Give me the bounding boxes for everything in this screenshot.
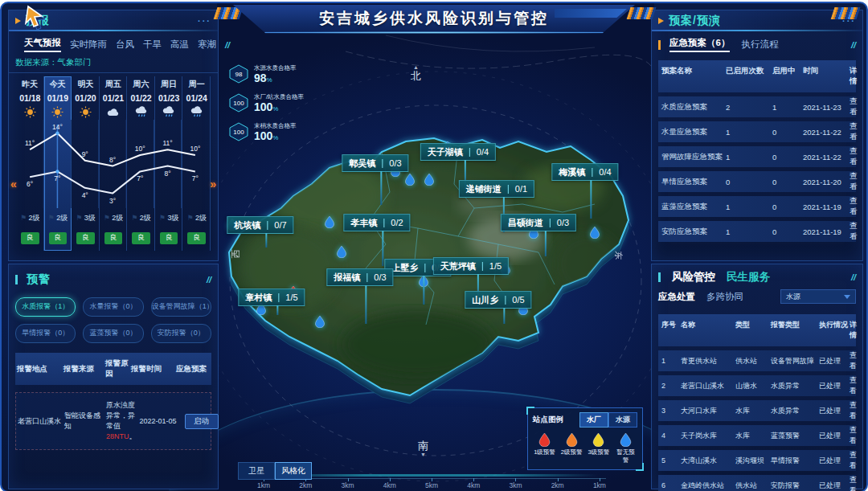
more-menu-icon[interactable]: ··· <box>842 16 856 26</box>
station-pin-icon[interactable] <box>405 174 416 189</box>
town-marker[interactable]: 孝丰镇0/2 <box>343 214 410 231</box>
air-quality-badge: 良 <box>16 225 44 251</box>
weather-dates[interactable]: 01/1801/1901/2001/2101/2201/2301/24 <box>16 91 211 104</box>
station-pin-icon[interactable] <box>590 227 600 242</box>
warning-filter-5[interactable]: 安防报警（0） <box>151 324 211 343</box>
weather-date[interactable]: 01/23 <box>155 91 183 104</box>
warning-table: 报警地点报警来源报警原因报警时间应急预案 老营口山溪水 智能设备感知 原水浊度异… <box>15 353 211 450</box>
weather-date[interactable]: 01/21 <box>100 91 128 104</box>
air-quality-row: 良良良良良良良 <box>16 225 211 251</box>
town-marker[interactable]: 昌硕街道0/3 <box>501 214 576 231</box>
svg-text:98: 98 <box>235 71 243 78</box>
view-detail-link[interactable]: 查看 <box>850 221 858 242</box>
start-plan-button[interactable]: 启动 <box>185 414 219 429</box>
weather-date[interactable]: 01/24 <box>182 91 211 104</box>
more-menu-icon[interactable]: ··· <box>198 16 211 26</box>
town-marker[interactable]: 天荒坪镇1/5 <box>433 257 509 275</box>
map-canvas[interactable]: ▲ 北 南 ▼ 西 东 98水源水质合格率98%100水厂/站水质合格率100%… <box>217 3 654 491</box>
risk-status: 已处理 <box>819 456 850 466</box>
tab-plans-1[interactable]: 执行流程 <box>741 39 778 51</box>
table-row: 2老营口山溪水山塘水水质异常已处理查看 <box>658 375 856 396</box>
view-detail-link[interactable]: 查看 <box>850 475 857 491</box>
scale-label: 1km <box>593 479 606 491</box>
weather-block: 昨天今天明天周五周六周日周一 01/1801/1901/2001/2101/22… <box>16 76 211 251</box>
risk-type: 水库 <box>735 431 771 441</box>
weather-date[interactable]: 01/20 <box>72 91 100 104</box>
tab-risk-0[interactable]: 风险管控 <box>672 270 715 284</box>
tab-weather-1[interactable]: 实时降雨 <box>70 39 107 51</box>
table-row: 管网故障应急预案102021-11-22查看 <box>658 146 856 167</box>
view-detail-link[interactable]: 查看 <box>850 450 857 471</box>
alarm-location: 老营口山溪水 <box>18 416 64 427</box>
town-marker[interactable]: 杭垓镇0/7 <box>227 216 293 234</box>
weather-day-name: 昨天 <box>16 76 44 91</box>
town-name: 山川乡 <box>472 294 498 306</box>
view-detail-link[interactable]: 查看 <box>850 425 857 446</box>
tab-weather-0[interactable]: 天气预报 <box>24 37 61 52</box>
view-detail-link[interactable]: 查看 <box>850 96 858 117</box>
tab-accent-bar <box>658 40 661 50</box>
resize-slashes-icon: // <box>225 40 230 50</box>
town-marker[interactable]: 梅溪镇0/4 <box>551 163 618 181</box>
prev-arrow[interactable]: « <box>10 178 17 190</box>
tab-risk-1[interactable]: 民生服务 <box>727 270 770 284</box>
view-detail-link[interactable]: 查看 <box>850 171 858 192</box>
town-marker[interactable]: 递铺街道0/1 <box>459 180 534 198</box>
station-pin-icon[interactable] <box>315 316 326 331</box>
station-pin-icon[interactable] <box>337 246 347 261</box>
station-pin-icon[interactable] <box>424 174 435 189</box>
map-mode-0[interactable]: 卫星 <box>238 462 275 480</box>
risk-alarm-type: 设备管网故障 <box>771 356 819 366</box>
tab-weather-5[interactable]: 寒潮 <box>198 39 216 51</box>
legend-tab-0[interactable]: 水厂 <box>579 412 608 428</box>
town-name: 梅溪镇 <box>559 166 585 178</box>
air-quality-badge: 良 <box>100 225 128 251</box>
warning-filter-4[interactable]: 蓝藻预警（0） <box>83 324 143 343</box>
view-detail-link[interactable]: 查看 <box>850 121 858 142</box>
weather-cloud-icon <box>100 104 128 120</box>
stat-value: 100% <box>254 130 297 141</box>
risk-type: 水库 <box>735 406 771 416</box>
tab-plans-0[interactable]: 应急预案（6） <box>669 37 730 52</box>
weather-date[interactable]: 01/22 <box>127 91 155 104</box>
weather-date[interactable]: 01/19 <box>44 91 72 104</box>
view-detail-link[interactable]: 查看 <box>850 375 857 396</box>
town-marker[interactable]: 鄣吴镇0/3 <box>342 154 408 172</box>
next-arrow[interactable]: » <box>210 178 216 190</box>
source-type-dropdown[interactable]: 水源 <box>780 289 856 304</box>
weather-date[interactable]: 01/18 <box>16 91 44 104</box>
subtab-risk-0[interactable]: 应急处置 <box>658 291 695 303</box>
town-marker[interactable]: 天子湖镇0/4 <box>420 143 496 161</box>
warning-filter-2[interactable]: 设备管网故障（1） <box>151 297 211 317</box>
risk-no: 2 <box>661 382 681 390</box>
subtab-risk-1[interactable]: 多跨协同 <box>706 291 743 303</box>
tab-weather-4[interactable]: 高温 <box>170 39 189 51</box>
view-detail-link[interactable]: 查看 <box>850 146 858 167</box>
map-mode-1[interactable]: 风格化 <box>275 462 312 480</box>
town-marker[interactable]: 章村镇1/5 <box>238 288 305 306</box>
warning-filter-1[interactable]: 水量报警（0） <box>83 297 143 317</box>
flag-pole <box>423 276 424 305</box>
town-divider <box>383 219 384 227</box>
station-pin-icon[interactable] <box>325 216 335 231</box>
view-detail-link[interactable]: 查看 <box>850 350 857 371</box>
plans-table: 预案名称已启用次数启用中时间详情 水质应急预案212021-11-23查看水量应… <box>658 60 856 242</box>
legend-tab-1[interactable]: 水源 <box>608 412 637 428</box>
warning-filter-3[interactable]: 旱情报警（0） <box>15 324 76 343</box>
town-marker[interactable]: 报福镇0/3 <box>326 268 393 286</box>
view-detail-link[interactable]: 查看 <box>850 196 858 217</box>
warning-filter-0[interactable]: 水质报警（1） <box>15 297 76 317</box>
water-quality-stats: 98水源水质合格率98%100水厂/站水质合格率100%100末梢水质合格率10… <box>228 64 304 145</box>
compass-north: ▲ 北 <box>411 64 421 82</box>
plan-time: 2021-11-19 <box>803 203 850 211</box>
dropdown-value: 水源 <box>786 292 800 302</box>
view-detail-link[interactable]: 查看 <box>850 400 857 421</box>
town-divider <box>482 262 483 271</box>
tab-weather-2[interactable]: 台风 <box>116 39 134 51</box>
tab-weather-3[interactable]: 干旱 <box>143 39 162 51</box>
plan-name: 水质应急预案 <box>661 102 726 113</box>
town-marker[interactable]: 山川乡0/5 <box>465 291 531 309</box>
wind-level: ⚑ 2级 <box>127 211 155 225</box>
wind-level: ⚑ 2级 <box>16 211 44 225</box>
wind-level: ⚑ 2级 <box>44 211 72 225</box>
